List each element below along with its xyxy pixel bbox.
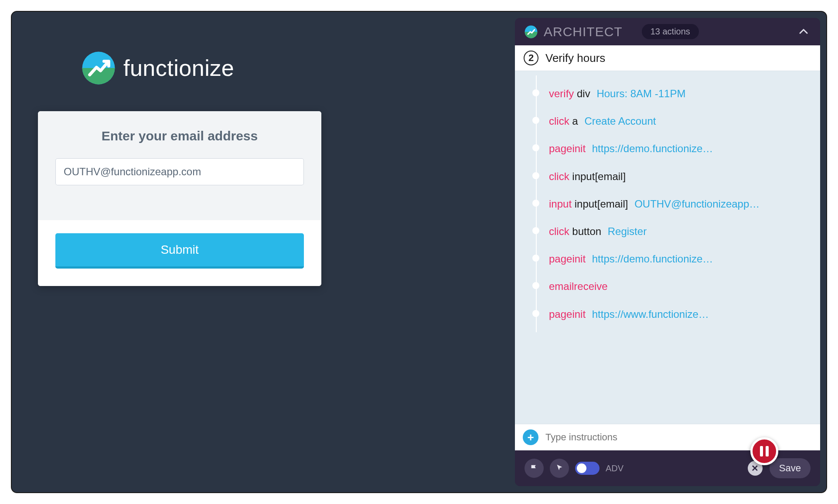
cursor-button[interactable]: [550, 459, 569, 478]
step-row[interactable]: input input[email] OUTHV@functionizeapp…: [532, 190, 810, 218]
adv-toggle[interactable]: [575, 462, 600, 475]
step-dot-icon: [532, 144, 539, 151]
step-dot-icon: [532, 227, 539, 234]
app-frame: functionize Enter your email address Sub…: [11, 11, 827, 493]
step-dot-icon: [532, 255, 539, 262]
pause-record-button[interactable]: [750, 437, 778, 465]
step-content: pageinit https://demo.functionize…: [549, 252, 810, 266]
add-step-button[interactable]: +: [523, 429, 538, 445]
submit-button[interactable]: Submit: [55, 233, 304, 269]
step-content: input input[email] OUTHV@functionizeapp…: [549, 197, 810, 211]
form-title: Enter your email address: [55, 129, 304, 143]
architect-header: ARCHITECT 13 actions: [515, 18, 820, 45]
actions-count-badge: 13 actions: [642, 24, 699, 39]
step-row[interactable]: verify div Hours: 8AM -11PM: [532, 80, 810, 107]
architect-title: ARCHITECT: [544, 24, 623, 39]
step-content: click input[email]: [549, 170, 810, 183]
step-dot-icon: [532, 89, 539, 96]
card-form-area: Enter your email address: [38, 111, 321, 220]
step-content: click button Register: [549, 225, 810, 238]
step-content: pageinit https://demo.functionize…: [549, 142, 810, 155]
step-content: click a Create Account: [549, 114, 810, 128]
save-button[interactable]: Save: [770, 458, 811, 478]
step-content: verify div Hours: 8AM -11PM: [549, 87, 810, 100]
step-row[interactable]: pageinit https://demo.functionize…: [532, 135, 810, 162]
step-row[interactable]: pageinit https://demo.functionize…: [532, 245, 810, 272]
architect-logo-icon: [525, 25, 538, 38]
flag-button[interactable]: [525, 459, 544, 478]
signup-card: Enter your email address Submit: [38, 111, 321, 286]
collapse-button[interactable]: [797, 24, 811, 39]
brand-logo: functionize: [82, 51, 483, 85]
steps-timeline: verify div Hours: 8AM -11PMclick a Creat…: [515, 71, 820, 337]
step-row[interactable]: pageinit https://www.functionize…: [532, 300, 810, 328]
adv-label: ADV: [606, 463, 623, 473]
step-row[interactable]: click button Register: [532, 218, 810, 245]
step-dot-icon: [532, 117, 539, 124]
functionize-logo-icon: [82, 51, 116, 85]
email-field[interactable]: [55, 158, 304, 185]
step-dot-icon: [532, 200, 539, 207]
architect-panel: ARCHITECT 13 actions 2 Verify hours veri…: [515, 18, 820, 486]
main-content: functionize Enter your email address Sub…: [12, 12, 509, 492]
card-action-area: Submit: [38, 220, 321, 286]
architect-footer: ADV ✕ Save: [515, 450, 820, 486]
step-content: emailreceive: [549, 279, 810, 293]
step-content: pageinit https://www.functionize…: [549, 307, 810, 321]
step-title: Verify hours: [545, 51, 605, 65]
brand-name: functionize: [123, 55, 234, 81]
step-number: 2: [524, 51, 538, 65]
step-row[interactable]: click input[email]: [532, 163, 810, 190]
step-row[interactable]: click a Create Account: [532, 107, 810, 135]
step-dot-icon: [532, 310, 539, 317]
step-dot-icon: [532, 172, 539, 179]
step-row[interactable]: emailreceive: [532, 272, 810, 300]
architect-body: 2 Verify hours verify div Hours: 8AM -11…: [515, 45, 820, 424]
step-header[interactable]: 2 Verify hours: [515, 45, 820, 71]
pause-icon: [760, 446, 769, 456]
step-dot-icon: [532, 282, 539, 289]
